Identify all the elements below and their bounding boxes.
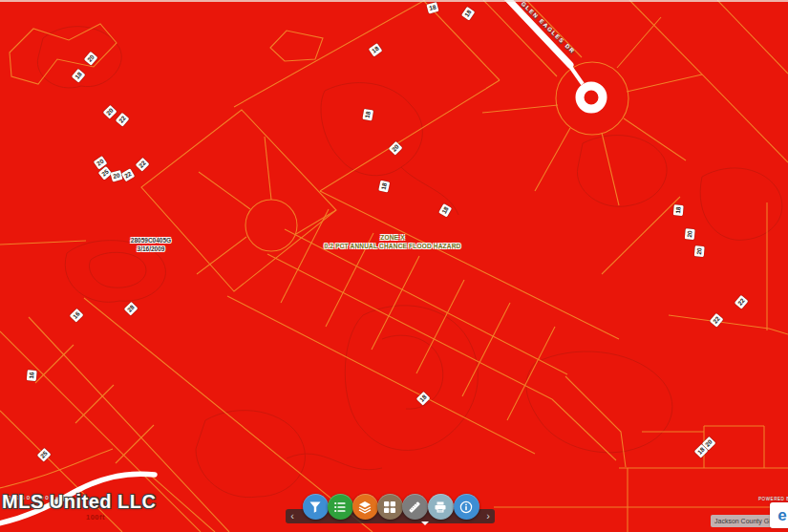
contour-elevation-label: 18 [362,109,373,121]
parcel-map-canvas[interactable] [0,0,788,532]
tool-legend-button[interactable] [328,494,353,520]
tool-measure-button[interactable] [402,494,428,520]
flood-zone-description: 0.2 PCT ANNUAL CHANCE FLOOD HAZARD [315,243,470,251]
printer-icon [434,500,447,514]
tool-filter-button[interactable] [303,494,329,520]
list-icon [333,500,347,514]
contour-lines [37,27,782,498]
esri-logo-letter: e [777,507,786,523]
scale-bar-meters: 100ft [86,513,105,521]
filter-icon [309,500,322,514]
mls-watermark: MLS United LLC [2,491,156,513]
flood-zone-label: ZONE X 0.2 PCT ANNUAL CHANCE FLOOD HAZAR… [315,234,470,251]
cul-de-sac [580,86,603,109]
ruler-icon [408,500,421,514]
toolbar-caret[interactable] [421,521,429,525]
top-edge-highlight [0,0,788,2]
grid-icon [383,500,396,514]
contour-elevation-label: 20 [694,245,704,257]
esri-logo[interactable]: e [770,502,788,528]
info-icon [459,500,473,514]
contour-elevation-label: 16 [27,370,36,381]
tool-print-button[interactable] [428,494,454,520]
powered-by-label: POWERED BY [758,497,788,501]
firm-panel-label: 28059C0405G 3/16/2009 [112,236,190,253]
flood-zone-name: ZONE X [315,234,470,243]
tool-info-button[interactable] [454,494,479,520]
tool-layers-button[interactable] [352,494,378,520]
contour-elevation-label: 18 [673,204,683,216]
tool-basemap-button[interactable] [377,494,403,520]
firm-panel-date: 3/16/2009 [112,245,190,253]
toolbar-prev-button[interactable]: ‹ [287,509,298,523]
map-viewport[interactable]: 2018202220252022221818181820181818202022… [0,0,788,532]
layers-icon [358,500,372,514]
firm-panel-number: 28059C0405G [112,236,190,245]
contour-elevation-label: 20 [685,228,694,240]
parcel-lines [0,0,788,532]
toolbar-next-button[interactable]: › [482,509,494,523]
